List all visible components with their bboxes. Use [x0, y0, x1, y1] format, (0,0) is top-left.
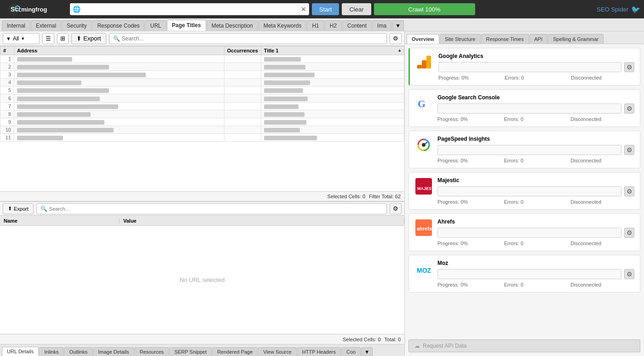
- integration-progress: Progress: 0%: [437, 241, 501, 246]
- table-row[interactable]: 9: [0, 118, 404, 126]
- bottom-toolbar: ⬆ Export 🔍 ⚙: [0, 202, 404, 216]
- col-expand-icon[interactable]: +: [398, 48, 401, 53]
- right-tab-overview[interactable]: Overview: [407, 34, 439, 44]
- crawl-button[interactable]: Crawl 100%: [374, 3, 475, 15]
- search-input[interactable]: [122, 35, 383, 42]
- bottom-tab-coo[interactable]: Coo: [341, 347, 361, 356]
- bottom-tab-resources[interactable]: Resources: [134, 347, 169, 356]
- bottom-search-input[interactable]: [49, 206, 383, 212]
- table-row[interactable]: 1: [0, 55, 404, 63]
- tree-view-button[interactable]: ⊞: [57, 33, 69, 44]
- integration-connection-status: Disconnected: [570, 199, 634, 205]
- integration-input[interactable]: [437, 145, 621, 155]
- svg-text:MOZ: MOZ: [417, 267, 431, 274]
- nav-tab-security[interactable]: Security: [62, 20, 92, 31]
- integration-progress: Progress: 0%: [438, 75, 502, 80]
- bottom-tab-rendered-page[interactable]: Rendered Page: [212, 347, 258, 356]
- integration-settings-button[interactable]: ⚙: [624, 62, 634, 72]
- nav-tab-internal[interactable]: Internal: [2, 20, 30, 31]
- filter-options-icon: ⚙: [393, 35, 398, 42]
- nav-tab-response-codes[interactable]: Response Codes: [92, 20, 144, 31]
- bottom-tab-serp-snippet[interactable]: SERP Snippet: [169, 347, 212, 356]
- bottom-tab-more[interactable]: ▼: [361, 347, 373, 356]
- integration-card-majestic: MAJESTIC Majestic ⚙ Progress: 0% Errors:…: [408, 172, 640, 210]
- right-tab-response-times[interactable]: Response Times: [481, 34, 529, 44]
- integration-status: Progress: 0% Errors: 0 Disconnected: [437, 282, 634, 287]
- nav-tab-meta-keywords[interactable]: Meta Keywords: [259, 20, 307, 31]
- selected-cells-status: Selected Cells: 0: [328, 194, 366, 199]
- integration-settings-button[interactable]: ⚙: [624, 269, 634, 279]
- integration-connection-status: Disconnected: [570, 241, 634, 246]
- table-row[interactable]: 4: [0, 79, 404, 86]
- integration-settings-button[interactable]: ⚙: [624, 103, 634, 114]
- right-panel: OverviewSite StructureResponse TimesAPIS…: [405, 31, 644, 356]
- table-row[interactable]: 8: [0, 110, 404, 118]
- twitter-icon: 🐦: [631, 5, 640, 14]
- filter-select[interactable]: ▼ All ▼: [3, 33, 40, 44]
- table-row[interactable]: 11: [0, 133, 404, 141]
- integration-settings-button[interactable]: ⚙: [624, 228, 634, 238]
- table-row[interactable]: 7: [0, 102, 404, 110]
- integration-icon-gsc: G: [414, 94, 433, 113]
- url-clear-button[interactable]: ✕: [301, 6, 306, 13]
- clear-button[interactable]: Clear: [342, 3, 371, 15]
- integration-info: Ahrefs ⚙ Progress: 0% Errors: 0 Disconne…: [437, 218, 634, 246]
- top-bar: Scr mingfrog 🌐 https://firmcatalyst.de/ …: [0, 0, 644, 18]
- nav-tab-page-titles[interactable]: Page Titles: [167, 20, 206, 31]
- table-row[interactable]: 3: [0, 71, 404, 79]
- integration-settings-button[interactable]: ⚙: [624, 186, 634, 196]
- bottom-tab-outlinks[interactable]: Outlinks: [64, 347, 92, 356]
- table-row[interactable]: 6: [0, 94, 404, 102]
- bottom-export-button[interactable]: ⬆ Export: [3, 203, 34, 214]
- table-row[interactable]: 2: [0, 63, 404, 71]
- integration-input[interactable]: [437, 103, 621, 114]
- svg-text:ahrefs: ahrefs: [417, 226, 432, 231]
- filter-options-button[interactable]: ⚙: [390, 33, 402, 44]
- main-layout: ▼ All ▼ ☰ ⊞ ⬆ Export 🔍 ⚙: [0, 31, 644, 356]
- svg-text:mingfrog: mingfrog: [21, 6, 47, 13]
- integration-card-google-search-console: G Google Search Console ⚙ Progress: 0% E…: [408, 89, 640, 127]
- right-tab-spelling-&-grammar[interactable]: Spelling & Grammar: [548, 34, 604, 44]
- right-tab-api[interactable]: API: [529, 34, 548, 44]
- nav-tab-more[interactable]: ▼: [392, 20, 404, 31]
- table-row[interactable]: 10: [0, 126, 404, 133]
- integration-input[interactable]: [437, 186, 621, 196]
- bottom-tab-view-source[interactable]: View Source: [258, 347, 297, 356]
- bottom-tab-url-details[interactable]: URL Details: [2, 347, 39, 356]
- row-occurrences: [224, 86, 261, 94]
- bottom-tab-inlinks[interactable]: Inlinks: [39, 347, 63, 356]
- nav-tab-h2[interactable]: H2: [325, 20, 342, 31]
- integration-card-ahrefs: ahrefs Ahrefs ⚙ Progress: 0% Errors: 0 D…: [408, 213, 640, 251]
- svg-text:G: G: [418, 98, 426, 109]
- integration-settings-button[interactable]: ⚙: [624, 145, 634, 155]
- right-tab-site-structure[interactable]: Site Structure: [440, 34, 481, 44]
- url-input[interactable]: https://firmcatalyst.de/: [82, 6, 299, 12]
- start-button[interactable]: Start: [312, 3, 339, 15]
- integration-progress: Progress: 0%: [437, 116, 501, 122]
- integration-input[interactable]: [437, 269, 621, 279]
- integration-input[interactable]: [437, 228, 621, 238]
- bottom-col-value: Value: [120, 218, 404, 224]
- nav-tab-content[interactable]: Content: [342, 20, 372, 31]
- nav-tab-h1[interactable]: H1: [307, 20, 324, 31]
- export-button[interactable]: ⬆ Export: [71, 33, 106, 44]
- bottom-total: Total: 0: [385, 337, 401, 342]
- row-occurrences: [224, 118, 261, 126]
- integration-status: Progress: 0% Errors: 0 Disconnected: [437, 116, 634, 122]
- bottom-filter-button[interactable]: ⚙: [390, 203, 402, 214]
- bottom-tab-image-details[interactable]: Image Details: [93, 347, 134, 356]
- nav-tab-url[interactable]: URL: [145, 20, 166, 31]
- row-address: [14, 71, 224, 79]
- integration-input[interactable]: [438, 62, 621, 72]
- svg-rect-5: [426, 56, 431, 69]
- bottom-tab-http-headers[interactable]: HTTP Headers: [297, 347, 341, 356]
- app-logo: Scr mingfrog: [4, 2, 63, 16]
- row-address: [14, 79, 224, 86]
- row-address: [14, 126, 224, 133]
- table-row[interactable]: 5: [0, 86, 404, 94]
- list-view-button[interactable]: ☰: [42, 33, 54, 44]
- row-num: 3: [0, 71, 14, 79]
- nav-tab-meta-description[interactable]: Meta Description: [207, 20, 258, 31]
- nav-tab-external[interactable]: External: [31, 20, 61, 31]
- nav-tab-ima[interactable]: Ima: [372, 20, 391, 31]
